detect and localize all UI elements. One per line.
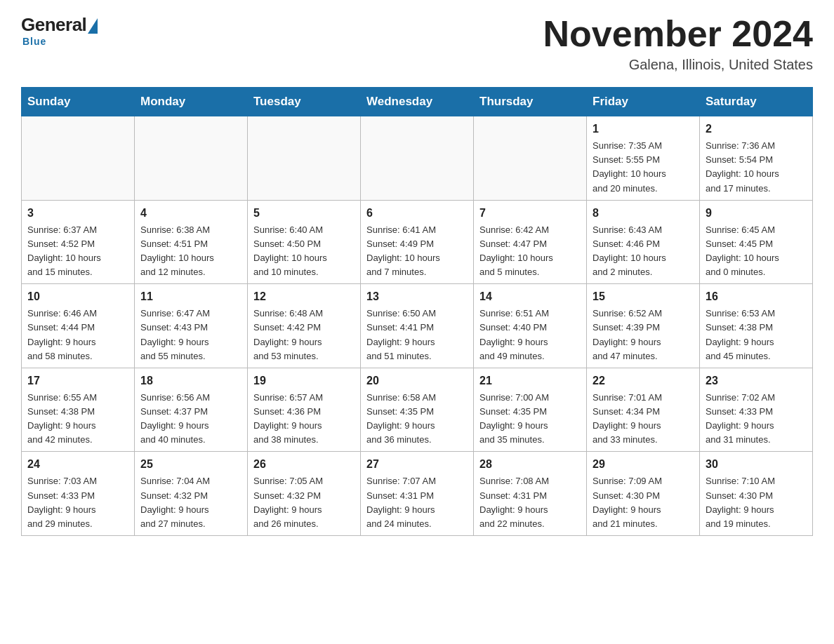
day-number: 3 [27, 205, 128, 222]
day-number: 24 [27, 456, 128, 473]
day-info: Sunrise: 6:57 AM Sunset: 4:36 PM Dayligh… [253, 391, 355, 448]
calendar-day-cell: 18Sunrise: 6:56 AM Sunset: 4:37 PM Dayli… [135, 368, 248, 452]
calendar-week-row: 17Sunrise: 6:55 AM Sunset: 4:38 PM Dayli… [22, 368, 813, 452]
day-number: 27 [366, 456, 468, 473]
day-number: 26 [253, 456, 355, 473]
day-info: Sunrise: 7:09 AM Sunset: 4:30 PM Dayligh… [593, 474, 694, 531]
calendar-day-cell: 4Sunrise: 6:38 AM Sunset: 4:51 PM Daylig… [135, 200, 248, 284]
day-info: Sunrise: 7:02 AM Sunset: 4:33 PM Dayligh… [706, 391, 807, 448]
day-number: 20 [366, 373, 468, 389]
day-number: 4 [140, 205, 241, 222]
calendar-day-cell: 15Sunrise: 6:52 AM Sunset: 4:39 PM Dayli… [587, 284, 700, 368]
day-info: Sunrise: 6:56 AM Sunset: 4:37 PM Dayligh… [140, 391, 241, 448]
day-number: 23 [706, 373, 807, 389]
day-number: 22 [593, 373, 694, 389]
day-number: 29 [593, 456, 694, 473]
logo-blue-text: Blue [22, 36, 46, 47]
calendar-day-cell: 22Sunrise: 7:01 AM Sunset: 4:34 PM Dayli… [587, 368, 700, 452]
day-info: Sunrise: 6:55 AM Sunset: 4:38 PM Dayligh… [27, 391, 128, 448]
calendar-day-cell: 7Sunrise: 6:42 AM Sunset: 4:47 PM Daylig… [474, 200, 587, 284]
page-header: General Blue November 2024 Galena, Illin… [21, 14, 813, 73]
calendar-day-cell [361, 116, 474, 201]
calendar-day-cell: 25Sunrise: 7:04 AM Sunset: 4:32 PM Dayli… [135, 452, 248, 536]
day-number: 12 [253, 288, 355, 305]
day-info: Sunrise: 6:58 AM Sunset: 4:35 PM Dayligh… [366, 391, 468, 448]
day-info: Sunrise: 7:04 AM Sunset: 4:32 PM Dayligh… [140, 474, 241, 531]
day-info: Sunrise: 6:46 AM Sunset: 4:44 PM Dayligh… [27, 307, 128, 363]
calendar-day-cell: 23Sunrise: 7:02 AM Sunset: 4:33 PM Dayli… [700, 368, 813, 452]
calendar-table: SundayMondayTuesdayWednesdayThursdayFrid… [21, 87, 813, 536]
day-info: Sunrise: 6:48 AM Sunset: 4:42 PM Dayligh… [253, 307, 355, 363]
calendar-day-cell: 3Sunrise: 6:37 AM Sunset: 4:52 PM Daylig… [22, 200, 135, 284]
day-info: Sunrise: 6:53 AM Sunset: 4:38 PM Dayligh… [706, 307, 807, 363]
calendar-day-cell: 16Sunrise: 6:53 AM Sunset: 4:38 PM Dayli… [700, 284, 813, 368]
day-info: Sunrise: 6:51 AM Sunset: 4:40 PM Dayligh… [479, 307, 581, 363]
calendar-day-cell: 28Sunrise: 7:08 AM Sunset: 4:31 PM Dayli… [474, 452, 587, 536]
day-number: 25 [140, 456, 241, 473]
calendar-day-cell: 26Sunrise: 7:05 AM Sunset: 4:32 PM Dayli… [248, 452, 361, 536]
day-info: Sunrise: 7:03 AM Sunset: 4:33 PM Dayligh… [27, 474, 128, 531]
day-number: 14 [479, 288, 581, 305]
calendar-day-cell [22, 116, 135, 201]
day-info: Sunrise: 6:50 AM Sunset: 4:41 PM Dayligh… [366, 307, 468, 363]
title-area: November 2024 Galena, Illinois, United S… [543, 14, 813, 73]
calendar-day-header: Wednesday [361, 88, 474, 116]
calendar-day-cell: 8Sunrise: 6:43 AM Sunset: 4:46 PM Daylig… [587, 200, 700, 284]
day-info: Sunrise: 7:00 AM Sunset: 4:35 PM Dayligh… [479, 391, 581, 448]
day-number: 1 [593, 121, 694, 137]
calendar-day-cell: 9Sunrise: 6:45 AM Sunset: 4:45 PM Daylig… [700, 200, 813, 284]
day-number: 19 [253, 373, 355, 389]
calendar-day-cell [135, 116, 248, 201]
day-info: Sunrise: 7:05 AM Sunset: 4:32 PM Dayligh… [253, 474, 355, 531]
day-info: Sunrise: 6:40 AM Sunset: 4:50 PM Dayligh… [253, 223, 355, 280]
calendar-day-cell: 1Sunrise: 7:35 AM Sunset: 5:55 PM Daylig… [587, 116, 700, 201]
calendar-day-cell: 13Sunrise: 6:50 AM Sunset: 4:41 PM Dayli… [361, 284, 474, 368]
day-info: Sunrise: 7:10 AM Sunset: 4:30 PM Dayligh… [706, 474, 807, 531]
calendar-day-cell: 11Sunrise: 6:47 AM Sunset: 4:43 PM Dayli… [135, 284, 248, 368]
calendar-day-cell [474, 116, 587, 201]
calendar-week-row: 24Sunrise: 7:03 AM Sunset: 4:33 PM Dayli… [22, 452, 813, 536]
logo-general-text: General [21, 14, 86, 36]
day-number: 15 [593, 288, 694, 305]
day-number: 10 [27, 288, 128, 305]
day-info: Sunrise: 6:43 AM Sunset: 4:46 PM Dayligh… [593, 223, 694, 280]
day-number: 28 [479, 456, 581, 473]
calendar-day-cell: 19Sunrise: 6:57 AM Sunset: 4:36 PM Dayli… [248, 368, 361, 452]
calendar-day-cell: 6Sunrise: 6:41 AM Sunset: 4:49 PM Daylig… [361, 200, 474, 284]
calendar-day-header: Thursday [474, 88, 587, 116]
month-title: November 2024 [543, 14, 813, 54]
day-number: 11 [140, 288, 241, 305]
calendar-day-header: Tuesday [248, 88, 361, 116]
day-info: Sunrise: 7:08 AM Sunset: 4:31 PM Dayligh… [479, 474, 581, 531]
day-number: 7 [479, 205, 581, 222]
calendar-day-cell: 29Sunrise: 7:09 AM Sunset: 4:30 PM Dayli… [587, 452, 700, 536]
day-info: Sunrise: 6:41 AM Sunset: 4:49 PM Dayligh… [366, 223, 468, 280]
day-info: Sunrise: 6:45 AM Sunset: 4:45 PM Dayligh… [706, 223, 807, 280]
calendar-day-cell: 12Sunrise: 6:48 AM Sunset: 4:42 PM Dayli… [248, 284, 361, 368]
calendar-week-row: 10Sunrise: 6:46 AM Sunset: 4:44 PM Dayli… [22, 284, 813, 368]
calendar-day-cell: 20Sunrise: 6:58 AM Sunset: 4:35 PM Dayli… [361, 368, 474, 452]
calendar-week-row: 3Sunrise: 6:37 AM Sunset: 4:52 PM Daylig… [22, 200, 813, 284]
day-info: Sunrise: 7:35 AM Sunset: 5:55 PM Dayligh… [593, 139, 694, 196]
day-number: 30 [706, 456, 807, 473]
day-info: Sunrise: 7:07 AM Sunset: 4:31 PM Dayligh… [366, 474, 468, 531]
location-subtitle: Galena, Illinois, United States [543, 57, 813, 73]
calendar-day-cell: 21Sunrise: 7:00 AM Sunset: 4:35 PM Dayli… [474, 368, 587, 452]
calendar-day-cell: 10Sunrise: 6:46 AM Sunset: 4:44 PM Dayli… [22, 284, 135, 368]
day-number: 8 [593, 205, 694, 222]
calendar-day-header: Saturday [700, 88, 813, 116]
calendar-day-cell: 5Sunrise: 6:40 AM Sunset: 4:50 PM Daylig… [248, 200, 361, 284]
calendar-day-header: Friday [587, 88, 700, 116]
logo: General Blue [21, 14, 98, 47]
day-info: Sunrise: 6:47 AM Sunset: 4:43 PM Dayligh… [140, 307, 241, 363]
calendar-day-cell: 2Sunrise: 7:36 AM Sunset: 5:54 PM Daylig… [700, 116, 813, 201]
day-number: 5 [253, 205, 355, 222]
day-info: Sunrise: 6:37 AM Sunset: 4:52 PM Dayligh… [27, 223, 128, 280]
day-number: 2 [706, 121, 807, 137]
calendar-day-header: Sunday [22, 88, 135, 116]
calendar-day-cell: 14Sunrise: 6:51 AM Sunset: 4:40 PM Dayli… [474, 284, 587, 368]
logo-triangle-icon [88, 18, 98, 34]
day-info: Sunrise: 7:36 AM Sunset: 5:54 PM Dayligh… [706, 139, 807, 196]
calendar-day-cell: 17Sunrise: 6:55 AM Sunset: 4:38 PM Dayli… [22, 368, 135, 452]
day-info: Sunrise: 6:52 AM Sunset: 4:39 PM Dayligh… [593, 307, 694, 363]
